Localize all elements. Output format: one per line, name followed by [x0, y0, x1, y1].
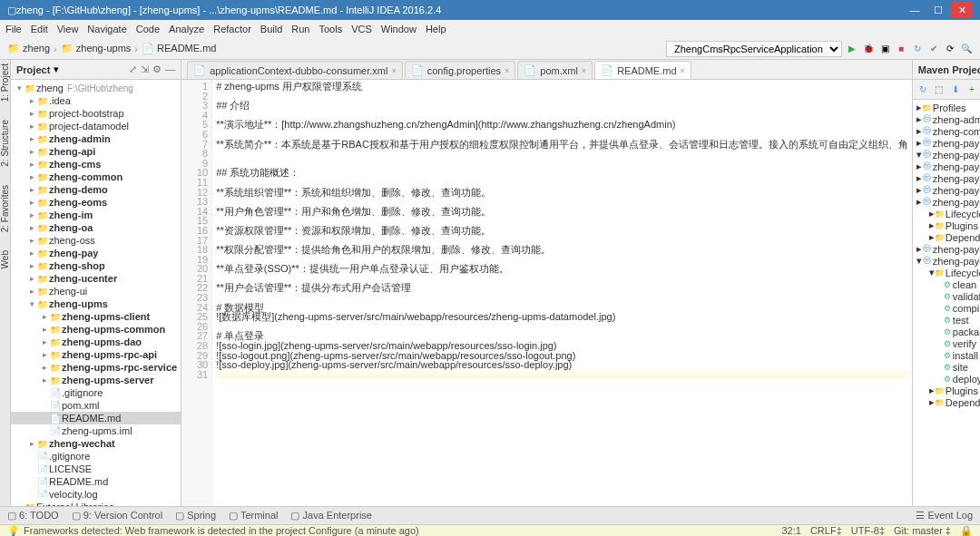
- menu-build[interactable]: Build: [260, 24, 282, 34]
- bottom-tool-javaenterprise[interactable]: ▢ Java Enterprise: [290, 510, 371, 521]
- expand-icon[interactable]: ▸: [27, 172, 36, 181]
- git-branch[interactable]: Git: master ‡: [894, 525, 951, 537]
- maven-node-verify[interactable]: ⚙ verify: [913, 337, 980, 349]
- editor-tab[interactable]: 📄applicationContext-dubbo-consumer.xml×: [187, 61, 403, 79]
- tree-node-project-bootstrap[interactable]: ▸📁project-bootstrap: [11, 107, 181, 120]
- tool-project[interactable]: 1: Project: [0, 63, 10, 102]
- expand-icon[interactable]: ▸: [27, 223, 36, 232]
- run-config-select[interactable]: ZhengCmsRpcServiceApplication: [666, 41, 842, 57]
- expand-icon[interactable]: ▸: [27, 274, 36, 283]
- tool-favorites[interactable]: 2: Favorites: [0, 185, 10, 232]
- menu-analyze[interactable]: Analyze: [169, 24, 204, 34]
- close-button[interactable]: ✕: [951, 2, 973, 18]
- maven-node-zhengpaycommon[interactable]: ▸ⓜ zheng-pay-common: [913, 161, 980, 172]
- expand-icon[interactable]: ▸: [40, 337, 49, 346]
- bottom-tool-terminal[interactable]: ▢ Terminal: [229, 510, 278, 521]
- tree-node-velocity.log[interactable]: 📄velocity.log: [11, 488, 181, 501]
- maven-node-zhengpayadminMavenWebapp[interactable]: ▾ⓜ zheng-pay-admin Maven Webapp: [913, 149, 980, 161]
- tree-node-External Libraries[interactable]: ▸📁External Libraries: [11, 501, 181, 506]
- lock-icon[interactable]: 🔒: [960, 525, 973, 537]
- tree-node-zheng-upms-rpc-api[interactable]: ▸📁zheng-upms-rpc-api: [11, 348, 181, 361]
- breadcrumb-item[interactable]: 📁 zheng: [7, 43, 50, 54]
- tree-node-.gitignore[interactable]: 📄.gitignore: [11, 386, 181, 399]
- expand-icon[interactable]: ▸: [40, 375, 49, 385]
- close-icon[interactable]: ×: [391, 66, 396, 75]
- tool-structure[interactable]: 2: Structure: [0, 120, 10, 167]
- tree-node-zheng-wechat[interactable]: ▸📁zheng-wechat: [11, 437, 181, 450]
- menu-code[interactable]: Code: [136, 24, 160, 34]
- expand-icon[interactable]: ▸: [27, 185, 36, 194]
- download-icon[interactable]: ⬇: [949, 83, 962, 96]
- menu-file[interactable]: File: [5, 24, 22, 34]
- expand-icon[interactable]: ▸: [27, 198, 36, 207]
- bottom-tool-versioncontrol[interactable]: ▢ 9: Version Control: [72, 510, 163, 521]
- tree-node-zheng-im[interactable]: ▸📁zheng-im: [11, 209, 181, 221]
- tree-node-zheng-pay[interactable]: ▸📁zheng-pay: [11, 247, 181, 259]
- bottom-tool-spring[interactable]: ▢ Spring: [175, 510, 216, 521]
- menu-refactor[interactable]: Refactor: [213, 24, 251, 34]
- expand-icon[interactable]: ▸: [27, 147, 36, 156]
- collapse-icon[interactable]: ⇲: [141, 63, 149, 75]
- tree-node-zheng-oss[interactable]: ▸📁zheng-oss: [11, 234, 181, 247]
- tree-node-zheng-shop[interactable]: ▸📁zheng-shop: [11, 259, 181, 272]
- tree-node-zheng[interactable]: ▾📁zhengF:\GitHub\zheng: [11, 82, 181, 94]
- maven-node-deploy[interactable]: ⚙ deploy: [913, 373, 980, 385]
- tree-node-zheng-api[interactable]: ▸📁zheng-api: [11, 145, 181, 158]
- expand-icon[interactable]: ▸: [27, 96, 36, 105]
- tree-node-zheng-eoms[interactable]: ▸📁zheng-eoms: [11, 196, 181, 209]
- expand-icon[interactable]: ▸: [27, 261, 36, 270]
- expand-icon[interactable]: ▸: [27, 134, 36, 143]
- menu-run[interactable]: Run: [291, 24, 309, 34]
- autoscroll-icon[interactable]: ⤢: [129, 63, 137, 75]
- maven-node-zhengpayrpcapi[interactable]: ▸ⓜ zheng-pay-rpc-api: [913, 184, 980, 196]
- tree-node-zheng-common[interactable]: ▸📁zheng-common: [11, 171, 181, 183]
- expand-icon[interactable]: ▸: [40, 325, 49, 334]
- maven-node-package[interactable]: ⚙ package: [913, 326, 980, 337]
- tree-node-.gitignore[interactable]: 📄.gitignore: [11, 450, 181, 463]
- tree-node-.idea[interactable]: ▸📁.idea: [11, 94, 181, 107]
- hide-icon[interactable]: —: [165, 63, 175, 75]
- tree-node-zheng-oa[interactable]: ▸📁zheng-oa: [11, 221, 181, 234]
- stop-icon[interactable]: ■: [895, 43, 907, 55]
- expand-icon[interactable]: ▸: [27, 210, 36, 219]
- reimport-icon[interactable]: ↻: [916, 83, 929, 96]
- tree-node-project-datamodel[interactable]: ▸📁project-datamodel: [11, 120, 181, 132]
- breadcrumb-item[interactable]: 📄 README.md: [142, 43, 216, 54]
- maven-node-Profiles[interactable]: ▸📁 Profiles: [913, 102, 980, 113]
- maven-node-zhengpayrpcservice[interactable]: ▸ⓜ zheng-pay-rpc-service: [913, 196, 980, 208]
- maven-node-Lifecycle[interactable]: ▾📁 Lifecycle: [913, 267, 980, 278]
- maven-node-zhengpaydao[interactable]: ▸ⓜ zheng-pay-dao: [913, 172, 980, 184]
- minimize-button[interactable]: —: [904, 2, 926, 18]
- menu-help[interactable]: Help: [426, 24, 446, 34]
- editor-area[interactable]: # zheng-upms 用户权限管理系统## 介绍**演示地址**：[http…: [212, 80, 912, 506]
- debug-icon[interactable]: 🐞: [862, 43, 875, 55]
- tree-node-zheng-upms[interactable]: ▾📁zheng-upms: [11, 297, 181, 310]
- tree-node-LICENSE[interactable]: 📄LICENSE: [11, 463, 181, 475]
- expand-icon[interactable]: ▾: [27, 299, 36, 308]
- close-icon[interactable]: ×: [505, 66, 509, 75]
- tree-node-pom.xml[interactable]: 📄pom.xml: [11, 399, 181, 412]
- expand-icon[interactable]: ▸: [27, 160, 36, 169]
- tree-node-zheng-ucenter[interactable]: ▸📁zheng-ucenter: [11, 272, 181, 285]
- maven-node-Lifecycle[interactable]: ▸📁 Lifecycle: [913, 208, 980, 219]
- expand-icon[interactable]: ▸: [27, 439, 36, 448]
- tree-node-zheng-upms-client[interactable]: ▸📁zheng-upms-client: [11, 310, 181, 323]
- maven-node-validate[interactable]: ⚙ validate: [913, 290, 980, 302]
- dropdown-icon[interactable]: ▾: [54, 63, 59, 75]
- close-icon[interactable]: ×: [681, 66, 685, 75]
- expand-icon[interactable]: ▸: [27, 236, 36, 245]
- tree-node-zheng-cms[interactable]: ▸📁zheng-cms: [11, 158, 181, 171]
- maven-node-site[interactable]: ⚙ site: [913, 361, 980, 373]
- expand-icon[interactable]: ▸: [27, 109, 36, 118]
- maven-node-Plugins[interactable]: ▸📁 Plugins: [913, 219, 980, 231]
- bottom-tool-todo[interactable]: ▢ 6: TODO: [7, 510, 59, 521]
- maven-node-zhengpayroot[interactable]: ▸ⓜ zheng-pay (root): [913, 137, 980, 149]
- maven-node-clean[interactable]: ⚙ clean: [913, 278, 980, 290]
- maven-node-zhengpaywebMavenWebapp[interactable]: ▾ⓜ zheng-pay-web Maven Webapp: [913, 255, 980, 267]
- tree-node-zheng-upms.iml[interactable]: 📄zheng-upms.iml: [11, 424, 181, 437]
- expand-icon[interactable]: ▸: [40, 350, 49, 359]
- update-icon[interactable]: ↻: [911, 43, 924, 55]
- menu-tools[interactable]: Tools: [318, 24, 342, 34]
- add-icon[interactable]: +: [965, 83, 978, 96]
- maven-node-Plugins[interactable]: ▸📁 Plugins: [913, 385, 980, 396]
